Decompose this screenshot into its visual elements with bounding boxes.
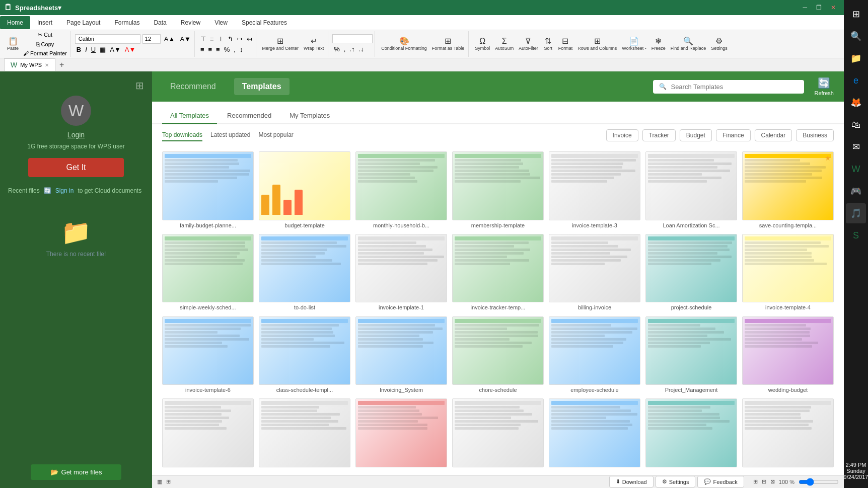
format-painter-button[interactable]: 🖌 Format Painter <box>22 49 68 57</box>
symbol-button[interactable]: Ω Symbol <box>473 32 492 56</box>
template-item[interactable]: invoice-template-4 <box>742 234 834 311</box>
autosum-button[interactable]: Σ AutoSum <box>493 32 516 56</box>
login-text[interactable]: Login <box>67 131 85 139</box>
doc-tab-close[interactable]: ✕ <box>45 62 49 68</box>
italic-button[interactable]: I <box>84 45 89 54</box>
tag-pill-business[interactable]: Business <box>796 129 834 141</box>
taskbar-start[interactable]: ⊞ <box>846 4 866 24</box>
wrap-text-button[interactable]: ↵ Wrap Text <box>302 32 326 56</box>
number-format-btn2[interactable]: % <box>332 44 341 54</box>
template-item[interactable]: billing-invoice <box>549 234 640 311</box>
comma-btn2[interactable]: , <box>342 44 347 54</box>
tag-pill-invoice[interactable]: Invoice <box>606 129 638 141</box>
template-item[interactable]: Invoicing_System <box>355 316 447 394</box>
conditional-formatting-button[interactable]: 🎨 Conditional Formatting <box>379 32 429 56</box>
template-item[interactable] <box>742 398 834 470</box>
get-it-button[interactable]: Get It <box>28 158 124 177</box>
underline-button[interactable]: U <box>90 45 97 54</box>
view-normal-icon[interactable]: ⊞ <box>753 478 758 485</box>
close-button[interactable]: ✕ <box>827 3 840 12</box>
taskbar-mail[interactable]: ✉ <box>846 137 866 157</box>
menu-tab-insert[interactable]: Insert <box>30 16 59 29</box>
taskbar-explorer[interactable]: 📁 <box>846 48 866 68</box>
align-right-button[interactable]: ≡ <box>214 45 222 54</box>
filter-tab-recommended[interactable]: Recommended <box>219 108 279 124</box>
fill-color-button[interactable]: A▼ <box>108 45 122 54</box>
template-item[interactable]: ★save-counting-templa... <box>742 151 834 229</box>
template-item[interactable]: invoice-template-6 <box>162 316 254 394</box>
align-middle-button[interactable]: ≡ <box>208 34 215 44</box>
align-bottom-button[interactable]: ⊥ <box>216 34 225 44</box>
sub-filter-most-popular[interactable]: Most popular <box>258 129 293 141</box>
tag-pill-budget[interactable]: Budget <box>680 129 712 141</box>
settings-status-button[interactable]: ⚙ Settings <box>656 476 696 487</box>
align-left-button[interactable]: ≡ <box>199 45 206 54</box>
header-tab-templates[interactable]: Templates <box>234 78 290 95</box>
template-item[interactable]: monthly-household-b... <box>355 151 447 229</box>
template-item[interactable]: membership-template <box>452 151 544 229</box>
number-format-input[interactable] <box>332 34 373 43</box>
template-item[interactable] <box>645 398 737 470</box>
align-top-button[interactable]: ⊤ <box>199 34 207 44</box>
increase-font-button[interactable]: A▲ <box>163 34 177 44</box>
freeze-button[interactable]: ❄ Freeze <box>649 32 668 56</box>
header-tab-recommend[interactable]: Recommend <box>162 78 224 95</box>
merge-button[interactable]: ⊞ Merge and Center <box>260 32 301 56</box>
taskbar-search[interactable]: 🔍 <box>846 26 866 46</box>
template-item[interactable] <box>549 398 640 470</box>
text-direction-button[interactable]: ↰ <box>226 34 235 44</box>
template-item[interactable]: wedding-budget <box>742 316 834 394</box>
comma-button[interactable]: , <box>232 45 237 54</box>
template-item[interactable]: invoice-tracker-temp... <box>452 234 544 311</box>
taskbar-audacity[interactable]: 🎵 <box>846 203 866 223</box>
download-button[interactable]: ⬇ Download <box>609 476 654 487</box>
find-replace-button[interactable]: 🔍 Find and Replace <box>669 32 708 56</box>
template-item[interactable]: simple-weekly-sched... <box>162 234 254 311</box>
font-name-input[interactable] <box>75 34 140 44</box>
template-item[interactable] <box>452 398 544 470</box>
bold-button[interactable]: B <box>75 45 83 54</box>
template-item[interactable]: Project_Management <box>645 316 737 394</box>
template-item[interactable]: employee-schedule <box>549 316 640 394</box>
refresh-button[interactable]: 🔄 Refresh <box>814 77 834 96</box>
view-full-icon[interactable]: ⊠ <box>770 478 775 485</box>
taskbar-store[interactable]: 🛍 <box>846 115 866 135</box>
sub-filter-latest-updated[interactable]: Latest updated <box>210 129 250 141</box>
menu-tab-view[interactable]: View <box>207 16 235 29</box>
decrease-dec-btn[interactable]: .↓ <box>357 44 366 54</box>
filter-tab-my-templates[interactable]: My Templates <box>281 108 338 124</box>
minimize-button[interactable]: ─ <box>799 3 811 12</box>
get-more-files-button[interactable]: 📂 Get more files <box>31 464 121 480</box>
indent-more-button[interactable]: ↦ <box>236 34 244 44</box>
template-item[interactable]: chore-schedule <box>452 316 544 394</box>
sub-filter-top-downloads[interactable]: Top downloads <box>162 129 202 141</box>
restore-button[interactable]: ❐ <box>812 3 826 12</box>
template-item[interactable]: family-budget-planne... <box>162 151 254 229</box>
template-item[interactable]: project-schedule <box>645 234 737 311</box>
decrease-font-button[interactable]: A▼ <box>178 34 192 44</box>
template-item[interactable]: budget-template <box>259 151 350 229</box>
template-item[interactable] <box>259 398 350 470</box>
zoom-slider[interactable] <box>799 478 839 486</box>
tab-add-button[interactable]: + <box>57 60 66 69</box>
copy-button[interactable]: ⎘ Copy <box>22 40 68 48</box>
taskbar-firefox[interactable]: 🦊 <box>846 93 866 113</box>
doc-tab-mywps[interactable]: W My WPS ✕ <box>4 58 55 71</box>
taskbar-edge[interactable]: e <box>846 70 866 91</box>
cut-button[interactable]: ✂ Cut <box>22 31 68 39</box>
font-color-button[interactable]: A▼ <box>123 45 137 54</box>
menu-tab-data[interactable]: Data <box>147 16 173 29</box>
template-item[interactable] <box>355 398 447 470</box>
sort-button[interactable]: ⇅ Sort <box>541 32 555 56</box>
autofilter-button[interactable]: ⊽ AutoFilter <box>517 32 540 56</box>
font-size-input[interactable] <box>142 34 161 44</box>
worksheet-button[interactable]: 📄 Worksheet - <box>620 32 648 56</box>
taskbar-app2[interactable]: S <box>846 225 866 246</box>
view-page-icon[interactable]: ⊟ <box>762 478 766 485</box>
menu-tab-special-features[interactable]: Special Features <box>235 16 294 29</box>
title-dropdown-arrow[interactable]: ▾ <box>58 4 61 12</box>
taskbar-wps[interactable]: W <box>846 159 866 179</box>
settings-button[interactable]: ⚙ Settings <box>709 32 730 56</box>
format-as-table-button[interactable]: ⊞ Format as Table <box>430 32 466 56</box>
template-item[interactable]: Loan Amortization Sc... <box>645 151 737 229</box>
